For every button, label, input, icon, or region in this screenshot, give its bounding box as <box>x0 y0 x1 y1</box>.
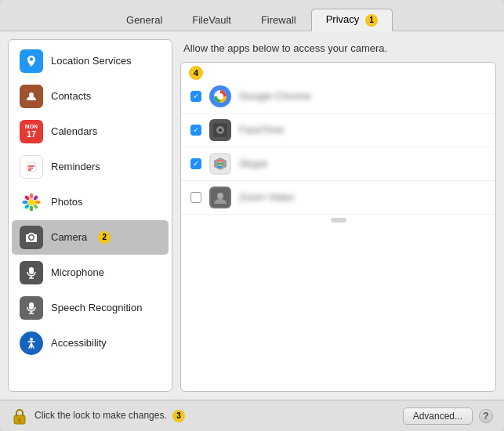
location-icon <box>20 49 43 73</box>
svg-rect-32 <box>217 166 222 168</box>
lock-icon[interactable] <box>11 407 28 425</box>
app3-name: Skype <box>239 158 486 169</box>
app3-icon <box>209 153 231 175</box>
sidebar-item-calendars[interactable]: MON 17 Calendars <box>12 114 169 149</box>
photos-icon <box>20 190 43 214</box>
sidebar-label-speech: Speech Recognition <box>51 302 142 313</box>
sidebar-label-camera: Camera <box>51 231 87 243</box>
tab-bar: General FileVault Firewall Privacy 1 <box>0 0 504 31</box>
sidebar-label-photos: Photos <box>51 196 82 208</box>
sidebar-label-accessibility: Accessibility <box>51 337 107 349</box>
contacts-icon <box>20 85 43 108</box>
table-row: FaceTime <box>181 114 495 147</box>
app2-name: FaceTime <box>239 124 486 136</box>
svg-rect-30 <box>217 160 223 161</box>
sidebar-item-location[interactable]: Location Services <box>12 44 169 78</box>
calendars-icon: MON 17 <box>20 120 43 143</box>
sidebar-label-location: Location Services <box>51 55 132 67</box>
sidebar-label-reminders: Reminders <box>51 161 100 172</box>
svg-point-27 <box>219 129 222 132</box>
app2-checkbox[interactable] <box>190 125 201 136</box>
svg-point-21 <box>30 338 33 341</box>
app1-checkbox[interactable] <box>190 91 201 102</box>
accessibility-icon <box>20 331 43 355</box>
svg-point-5 <box>28 199 34 205</box>
speech-icon <box>20 296 43 320</box>
right-panel: Allow the apps below to access your came… <box>180 39 496 392</box>
svg-point-7 <box>30 205 33 211</box>
svg-point-24 <box>217 93 223 100</box>
lock-badge-3: 3 <box>172 410 185 422</box>
app1-name: Google Chrome <box>239 90 486 102</box>
tab-privacy[interactable]: Privacy 1 <box>311 9 393 31</box>
app1-icon <box>209 85 231 107</box>
sidebar: Location Services Contacts MON 17 Calend… <box>8 39 172 392</box>
sidebar-label-contacts: Contacts <box>51 90 91 102</box>
panel-description: Allow the apps below to access your came… <box>180 39 496 56</box>
apps-list-badge-4: 4 <box>189 66 203 80</box>
system-preferences-window: General FileVault Firewall Privacy 1 Loc… <box>0 0 504 431</box>
sidebar-item-reminders[interactable]: Reminders <box>12 150 169 184</box>
advanced-button[interactable]: Advanced... <box>403 407 473 425</box>
svg-point-8 <box>23 200 28 203</box>
app3-checkbox[interactable] <box>190 158 201 169</box>
sidebar-item-camera[interactable]: Camera 2 <box>12 220 169 255</box>
app4-checkbox[interactable] <box>190 192 201 203</box>
sidebar-item-accessibility[interactable]: Accessibility <box>12 326 169 360</box>
camera-icon <box>20 226 43 249</box>
lock-text: Click the lock to make changes. 3 <box>34 410 397 422</box>
app4-name: Zoom Video <box>239 191 486 203</box>
apps-list: 4 Google Chro <box>180 62 496 392</box>
app2-icon <box>209 119 231 141</box>
microphone-icon <box>20 261 43 284</box>
table-row: Zoom Video <box>181 181 495 215</box>
svg-point-14 <box>30 235 34 239</box>
reminders-icon <box>20 155 43 179</box>
sidebar-label-microphone: Microphone <box>51 266 104 278</box>
tab-firewall[interactable]: Firewall <box>246 9 311 31</box>
bottom-bar: Click the lock to make changes. 3 Advanc… <box>0 400 504 431</box>
app4-icon <box>209 187 231 208</box>
svg-point-34 <box>217 193 223 199</box>
tab-general[interactable]: General <box>111 9 177 31</box>
tab-privacy-badge: 1 <box>365 14 378 27</box>
sidebar-label-calendars: Calendars <box>51 125 97 137</box>
sidebar-item-contacts[interactable]: Contacts <box>12 79 169 114</box>
help-button[interactable]: ? <box>479 409 493 423</box>
svg-rect-15 <box>29 267 34 274</box>
camera-badge: 2 <box>98 231 111 244</box>
svg-point-9 <box>35 200 41 203</box>
tab-filevault[interactable]: FileVault <box>177 9 246 31</box>
main-content: Location Services Contacts MON 17 Calend… <box>0 31 504 400</box>
sidebar-item-speech[interactable]: Speech Recognition <box>12 291 169 325</box>
sidebar-item-microphone[interactable]: Microphone <box>12 255 169 290</box>
sidebar-item-photos[interactable]: Photos <box>12 185 169 219</box>
svg-point-6 <box>30 193 33 198</box>
table-row: Skype <box>181 147 495 181</box>
svg-rect-18 <box>29 302 34 310</box>
svg-rect-31 <box>217 163 223 165</box>
table-row: Google Chrome <box>181 80 495 114</box>
